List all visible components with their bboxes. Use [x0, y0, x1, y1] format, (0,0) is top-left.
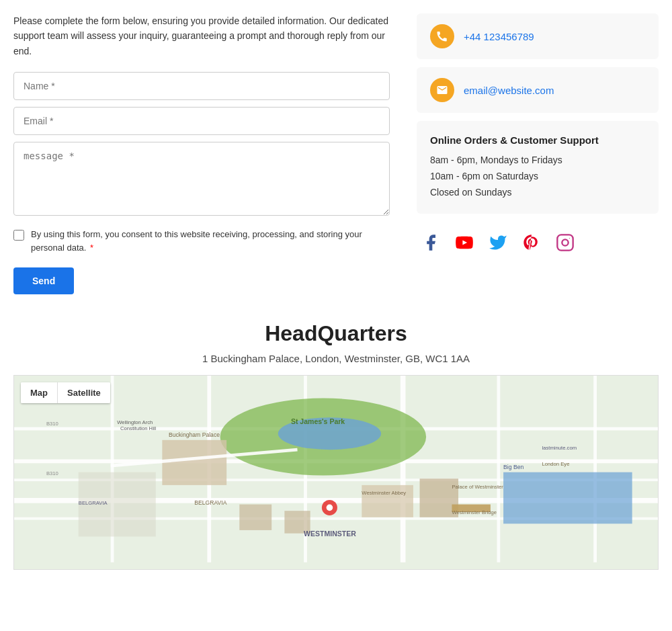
svg-rect-0 [557, 235, 573, 251]
svg-rect-17 [162, 440, 226, 485]
phone-card: +44 123456789 [417, 13, 659, 59]
facebook-icon[interactable] [419, 231, 442, 254]
name-input[interactable] [13, 72, 390, 100]
svg-text:WESTMINSTER: WESTMINSTER [304, 530, 356, 538]
hours-line-2: 10am - 6pm on Saturdays [430, 169, 645, 185]
svg-text:Palace of Westminster: Palace of Westminster [452, 484, 503, 490]
map-tab[interactable]: Map [21, 382, 57, 403]
svg-text:B310: B310 [46, 421, 58, 427]
svg-rect-20 [503, 472, 632, 524]
hq-title: HeadQuarters [13, 321, 659, 346]
email-card: email@website.com [417, 67, 659, 113]
intro-text: Please complete the form below, ensuring… [13, 13, 390, 58]
email-icon [430, 78, 454, 102]
youtube-icon[interactable] [453, 231, 476, 254]
svg-point-42 [327, 505, 333, 511]
svg-text:Westminster Bridge: Westminster Bridge [452, 509, 497, 515]
message-input[interactable] [13, 142, 390, 216]
headquarters-section: HeadQuarters 1 Buckingham Palace, London… [13, 321, 659, 364]
satellite-tab[interactable]: Satellite [58, 382, 110, 403]
contact-form-section: Please complete the form below, ensuring… [13, 13, 390, 294]
instagram-icon[interactable] [554, 231, 577, 254]
svg-point-1 [562, 240, 568, 246]
send-button[interactable]: Send [13, 267, 74, 294]
hq-address: 1 Buckingham Palace, London, Westminster… [13, 353, 659, 364]
svg-rect-24 [239, 505, 271, 530]
map-container[interactable]: Map Satellite [13, 375, 659, 570]
svg-text:lastminute.com: lastminute.com [542, 445, 577, 451]
svg-text:Wellington Arch: Wellington Arch [117, 419, 153, 425]
consent-checkbox[interactable] [13, 230, 24, 241]
svg-text:BELGRAVIA: BELGRAVIA [194, 499, 226, 506]
svg-rect-14 [593, 376, 597, 562]
svg-text:Big Ben: Big Ben [503, 464, 523, 470]
svg-text:London Eye: London Eye [542, 461, 570, 467]
consent-label: By using this form, you consent to this … [31, 228, 390, 254]
email-input[interactable] [13, 107, 390, 135]
hours-title: Online Orders & Customer Support [430, 134, 645, 146]
phone-icon [430, 24, 454, 48]
hours-card: Online Orders & Customer Support 8am - 6… [417, 121, 659, 214]
svg-text:Constitution Hill: Constitution Hill [120, 426, 156, 432]
consent-row: By using this form, you consent to this … [13, 228, 390, 254]
required-star: * [87, 243, 93, 253]
svg-rect-13 [497, 376, 501, 562]
pinterest-icon[interactable] [520, 231, 543, 254]
svg-rect-12 [401, 376, 406, 562]
email-link[interactable]: email@website.com [464, 85, 554, 96]
map-svg: St James's Park Buckingham Palace BELGRA… [14, 376, 658, 562]
svg-text:BELGRAVIA: BELGRAVIA [79, 500, 108, 506]
phone-link[interactable]: +44 123456789 [464, 31, 534, 42]
svg-text:St James's Park: St James's Park [291, 417, 345, 425]
svg-text:B310: B310 [46, 471, 58, 477]
svg-text:Westminster Abbey: Westminster Abbey [362, 490, 406, 496]
social-row [417, 224, 659, 261]
hours-line-3: Closed on Sundays [430, 185, 645, 201]
twitter-icon[interactable] [487, 231, 509, 254]
contact-info-section: +44 123456789 email@website.com Online O… [417, 13, 659, 294]
map-controls: Map Satellite [21, 382, 110, 403]
svg-text:Buckingham Palace: Buckingham Palace [169, 431, 220, 438]
hours-line-1: 8am - 6pm, Mondays to Fridays [430, 153, 645, 169]
svg-point-2 [569, 238, 570, 239]
